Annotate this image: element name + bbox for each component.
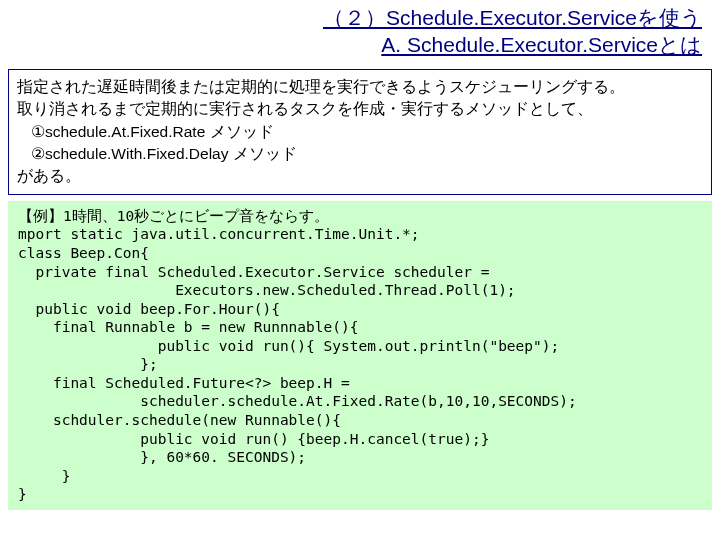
description-box: 指定された遅延時間後または定期的に処理を実行できるようスケジューリングする。 取…	[8, 69, 712, 195]
desc-method-2: ②schedule.With.Fixed.Delay メソッド	[17, 143, 703, 165]
desc-line-1: 指定された遅延時間後または定期的に処理を実行できるようスケジューリングする。	[17, 76, 703, 98]
desc-line-3: がある。	[17, 165, 703, 187]
page-subtitle: A. Schedule.Executor.Serviceとは	[0, 31, 720, 62]
page-title: （２）Schedule.Executor.Serviceを使う	[0, 0, 720, 31]
desc-method-1: ①schedule.At.Fixed.Rate メソッド	[17, 121, 703, 143]
code-example: 【例】1時間、10秒ごとにビープ音をならす。 mport static java…	[8, 201, 712, 510]
desc-line-2: 取り消されるまで定期的に実行されるタスクを作成・実行するメソッドとして、	[17, 98, 703, 120]
